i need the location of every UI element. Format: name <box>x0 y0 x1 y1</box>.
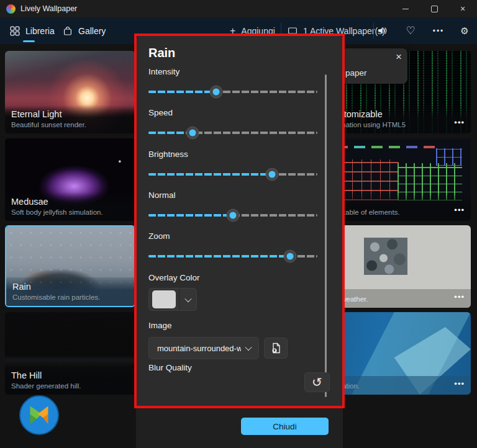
normal-slider[interactable] <box>148 208 317 222</box>
card-title: The Hill <box>11 370 129 380</box>
card-subtitle: Beautiful sunset render. <box>11 121 129 128</box>
card-caption: Medusae Soft body jellyfish simulation. <box>5 192 135 221</box>
slider-thumb[interactable] <box>186 127 199 140</box>
volume-button[interactable] <box>371 17 393 44</box>
titlebar: Lively Wallpaper × <box>0 0 477 17</box>
file-upload-icon <box>270 342 282 354</box>
card-more-button[interactable]: ••• <box>454 118 465 127</box>
tab-libreria-label: Libreria <box>25 26 55 36</box>
image-dropdown[interactable]: mountain-surrounded-w <box>148 337 259 359</box>
card-caption: The Hill Shader generated hill. <box>5 366 135 395</box>
more-menu-button[interactable]: ••• <box>428 17 449 44</box>
monitor-icon <box>288 26 298 36</box>
settings-button[interactable]: ⚙ <box>454 17 475 44</box>
dialog-content: Rain Intensity Speed Brightness Normal Z… <box>136 35 343 406</box>
card-more-button[interactable]: ••• <box>454 205 465 215</box>
lively-logo-watermark <box>19 395 60 436</box>
overlay-color-picker[interactable] <box>148 288 197 311</box>
periodic-blue-block <box>436 148 462 166</box>
chevron-down-icon <box>184 295 191 302</box>
toast-text: paper <box>345 68 367 78</box>
gear-icon: ⚙ <box>460 25 468 37</box>
wallpaper-card-medusae[interactable]: Medusae Soft body jellyfish simulation. <box>5 138 135 221</box>
toast-close-button[interactable]: × <box>396 51 402 63</box>
active-tab-indicator <box>23 40 35 42</box>
card-caption: Eternal Light Beautiful sunset render. <box>5 105 135 133</box>
card-subtitle: Soft body jellyfish simulation. <box>11 208 129 216</box>
reset-icon: ↺ <box>312 375 322 390</box>
pebbles-image <box>364 238 407 275</box>
card-caption: Rain Customisable rain particles. <box>6 277 134 306</box>
slider-thumb[interactable] <box>265 168 278 181</box>
image-dropdown-value: mountain-surrounded-w <box>157 344 241 353</box>
speaker-icon <box>377 25 388 36</box>
ellipsis-icon: ••• <box>433 27 445 35</box>
card-title: Eternal Light <box>11 109 129 119</box>
card-subtitle: Shader generated hill. <box>11 382 129 390</box>
color-swatch[interactable] <box>152 290 176 308</box>
browse-image-button[interactable] <box>264 338 288 359</box>
normal-label: Normal <box>148 190 176 200</box>
close-window-button[interactable]: × <box>448 0 477 17</box>
heart-icon: ♡ <box>406 24 415 37</box>
blur-quality-label: Blur Quality <box>148 363 192 372</box>
dialog-footer: Chiudi <box>136 406 343 448</box>
slider-fill <box>148 173 272 176</box>
bag-icon <box>63 26 73 36</box>
brightness-slider[interactable] <box>148 168 317 181</box>
chevron-down-icon <box>245 344 252 351</box>
zoom-slider[interactable] <box>148 249 317 263</box>
slider-thumb[interactable] <box>284 250 297 263</box>
close-dialog-button[interactable]: Chiudi <box>241 418 329 435</box>
intensity-slider[interactable] <box>148 85 317 99</box>
close-icon: × <box>460 4 465 13</box>
slider-fill <box>148 214 233 217</box>
window-controls: × <box>391 0 477 17</box>
image-label: Image <box>148 321 172 330</box>
favorites-button[interactable]: ♡ <box>400 17 421 44</box>
dialog-scrollbar[interactable] <box>325 74 327 397</box>
wallpaper-card-the-hill[interactable]: The Hill Shader generated hill. <box>5 312 135 395</box>
card-subtitle: Customisable rain particles. <box>12 293 128 301</box>
maximize-icon <box>431 6 438 12</box>
intensity-label: Intensity <box>148 67 179 76</box>
tab-gallery-label: Gallery <box>78 26 106 36</box>
slider-fill <box>148 91 216 93</box>
add-wallpaper-label: Aggiungi <box>241 26 275 36</box>
tab-gallery[interactable]: Gallery <box>63 17 106 44</box>
split-divider <box>179 289 179 310</box>
lively-wallpaper-app: { "window": { "title": "Lively Wallpaper… <box>0 0 477 448</box>
card-title: Medusae <box>11 197 129 207</box>
overlay-color-label: Overlay Color <box>148 273 200 282</box>
card-more-button[interactable]: ••• <box>454 292 465 302</box>
wallpaper-card-eternal-light[interactable]: Eternal Light Beautiful sunset render. <box>5 51 135 133</box>
zoom-label: Zoom <box>148 231 170 241</box>
minimize-icon <box>402 9 409 9</box>
card-more-button[interactable]: ••• <box>454 379 465 388</box>
slider-thumb[interactable] <box>227 209 240 222</box>
app-title: Lively Wallpaper <box>20 4 77 13</box>
slider-fill <box>148 255 290 258</box>
minimize-button[interactable] <box>391 0 420 17</box>
maximize-button[interactable] <box>420 0 448 17</box>
speed-label: Speed <box>148 108 173 117</box>
dialog-title: Rain <box>148 46 175 60</box>
slider-thumb[interactable] <box>209 86 222 99</box>
app-logo-icon <box>6 4 16 14</box>
grid-icon <box>10 26 20 36</box>
plus-icon: + <box>230 25 235 37</box>
speed-slider[interactable] <box>148 126 317 140</box>
brightness-label: Brightness <box>148 150 188 159</box>
customize-dialog: Rain Intensity Speed Brightness Normal Z… <box>136 35 343 448</box>
reset-button[interactable]: ↺ <box>304 372 330 392</box>
wallpaper-card-rain[interactable]: Rain Customisable rain particles. <box>5 225 135 307</box>
card-title: Rain <box>12 282 128 292</box>
